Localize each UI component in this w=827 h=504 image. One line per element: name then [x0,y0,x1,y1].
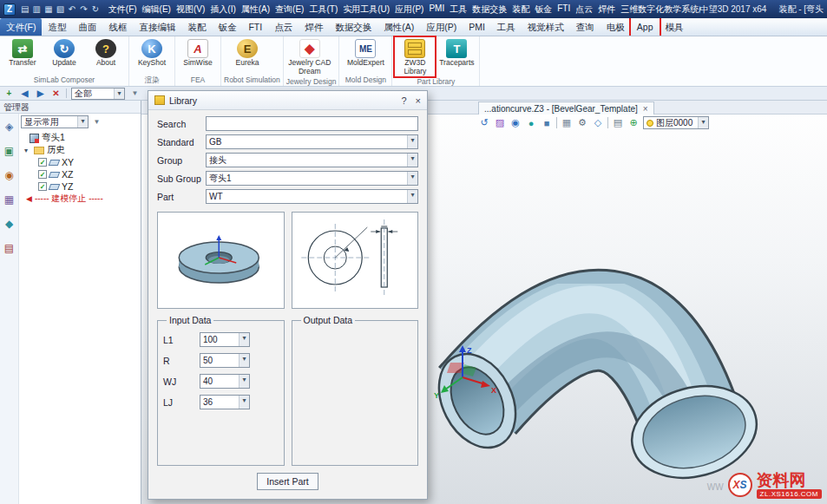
tab-assembly[interactable]: 装配 [181,18,212,36]
grid-toggle-icon[interactable]: ▦ [561,117,573,128]
sidebar-role-icon[interactable]: ▤ [4,242,14,254]
tree-history-node[interactable]: ▾ 历史 [21,144,139,156]
tab-app[interactable]: App [631,18,660,36]
tab-pointcloud[interactable]: 点云 [268,18,299,36]
menu-item-pmi[interactable]: PMI [429,3,444,16]
menu-item-view[interactable]: 视图(V) [176,3,205,16]
help-button[interactable]: ? [401,95,406,106]
tab-direct-edit[interactable]: 直接编辑 [133,18,181,36]
back-icon[interactable]: ◀ [19,88,30,98]
moldexpert-button[interactable]: ME MoldExpert [342,37,389,75]
tab-inquire[interactable]: 查询 [570,18,601,36]
tree-funnel-icon[interactable]: ▼ [91,118,102,126]
view-cube-icon[interactable]: ■ [541,118,553,128]
menu-item-teaching-system[interactable]: 三维数字化教学系统(T) [620,3,699,16]
input-l1-spinner[interactable]: 100 ▾ [200,332,250,347]
library-dialog-titlebar[interactable]: Library ? × [148,91,427,110]
menu-item-inquire[interactable]: 查询(E) [275,3,304,16]
sidebar-visual-icon[interactable]: ◆ [5,218,13,230]
new-file-icon[interactable]: ▤ [20,4,30,14]
tab-applications[interactable]: 应用(P) [420,18,463,36]
keyshot-button[interactable]: K KeyShot [132,37,172,75]
tab-mold[interactable]: 模具 [660,18,690,36]
visual-style-icon[interactable]: ▨ [494,117,506,128]
subgroup-dropdown[interactable]: 弯头1 ▾ [206,171,418,186]
forward-icon[interactable]: ▶ [35,88,46,98]
close-icon[interactable]: × [643,104,648,114]
funnel-icon[interactable]: ▼ [129,89,141,97]
zoom-fit-icon[interactable]: ⊕ [627,117,640,128]
transfer-button[interactable]: ⇄ Transfer [3,37,43,75]
sidebar-assembly-icon[interactable]: ▣ [4,145,14,157]
tree-root-part[interactable]: 弯头1 [21,132,139,144]
checkbox-yz[interactable]: ✓ [38,182,47,191]
menu-item-attributes[interactable]: 属性(A) [241,3,270,16]
menu-item-edit[interactable]: 编辑(E) [142,3,171,16]
menu-item-tools2[interactable]: 工具 [450,3,467,16]
remove-icon[interactable]: ✕ [50,88,62,98]
tab-attributes[interactable]: 属性(A) [377,18,420,36]
history-stop-marker[interactable]: ◀ ----- 建模停止 ----- [21,193,139,205]
settings-gear-icon[interactable]: ⚙ [576,117,588,128]
section-view-icon[interactable]: ◇ [592,117,604,128]
menu-item-sheetmetal[interactable]: 钣金 [535,3,552,16]
expander-icon[interactable]: ▾ [24,147,31,154]
sidebar-shape-icon[interactable]: ◈ [5,121,13,133]
standard-dropdown[interactable]: GB ▾ [206,134,418,149]
group-dropdown[interactable]: 接头 ▾ [206,153,418,167]
show-hide-icon[interactable]: ◉ [509,117,522,128]
sidebar-layer-icon[interactable]: ▦ [4,193,14,206]
undo-view-icon[interactable]: ↺ [478,117,490,128]
menu-item-tools[interactable]: 工具(T) [309,3,338,16]
open-file-icon[interactable]: ▥ [32,4,43,14]
print-icon[interactable]: ▧ [56,4,66,14]
tab-surface[interactable]: 曲面 [72,18,102,36]
refresh-icon[interactable]: ↻ [90,4,101,14]
tab-tools[interactable]: 工具 [491,18,522,36]
tab-file[interactable]: 文件(F) [0,18,42,36]
tab-data-exchange[interactable]: 数据交换 [329,18,377,36]
checkbox-xz[interactable]: ✓ [38,170,47,179]
search-input[interactable] [206,116,418,131]
add-icon[interactable]: + [3,88,15,98]
tab-sheetmetal[interactable]: 钣金 [212,18,242,36]
jewelry-button[interactable]: ◆ Jewelry CAD Dream [286,37,333,76]
layer-dropdown[interactable]: 图层0000 ▾ [643,116,709,129]
document-tab[interactable]: ...ationcurve.Z3 - [BevelGear_Template] … [478,101,654,115]
tab-wireframe[interactable]: 线框 [102,18,133,36]
zw3d-library-button[interactable]: ZW3D Library [395,37,435,76]
insert-part-button[interactable]: Insert Part [257,473,318,490]
undo-icon[interactable]: ↶ [67,4,77,14]
input-wj-spinner[interactable]: 40 ▾ [200,374,250,389]
history-filter-dropdown[interactable]: 显示常用 ▾ [21,115,89,128]
menu-item-applications[interactable]: 应用(P) [395,3,423,16]
tab-shape[interactable]: 造型 [42,18,72,36]
checkbox-xy[interactable]: ✓ [38,158,47,167]
menu-item-file[interactable]: 文件(F) [108,3,137,16]
tree-plane-yz[interactable]: ✓ YZ [21,180,139,193]
display-list-icon[interactable]: ▤ [612,117,624,128]
menu-item-weldment[interactable]: 焊件 [598,3,615,16]
menu-item-utilities[interactable]: 实用工具(U) [343,3,390,16]
update-button[interactable]: ↻ Update [44,37,84,75]
eureka-button[interactable]: E Eureka [224,37,271,75]
save-icon[interactable]: ▦ [43,4,54,14]
part-dropdown[interactable]: WT ▾ [206,189,418,204]
tab-weldment[interactable]: 焊件 [299,18,329,36]
filter-all-dropdown[interactable]: 全部 ▾ [71,88,125,100]
tab-pmi[interactable]: PMI [463,18,491,36]
menu-item-fti[interactable]: FTI [557,3,570,16]
tab-visual-style[interactable]: 视觉样式 [522,18,570,36]
about-button[interactable]: ? About [86,37,126,75]
redo-icon[interactable]: ↷ [79,4,89,14]
render-mode-icon[interactable]: ● [525,118,537,128]
tree-plane-xz[interactable]: ✓ XZ [21,168,139,180]
close-button[interactable]: × [416,95,421,106]
menu-item-data-exchange[interactable]: 数据交换 [472,3,507,16]
sidebar-view-icon[interactable]: ◉ [4,169,13,181]
tree-plane-xy[interactable]: ✓ XY [21,156,139,168]
tab-fti[interactable]: FTI [242,18,268,36]
menu-item-insert[interactable]: 插入(I) [210,3,235,16]
simwise-button[interactable]: A SimWise [178,37,218,75]
input-r-spinner[interactable]: 50 ▾ [200,353,250,368]
